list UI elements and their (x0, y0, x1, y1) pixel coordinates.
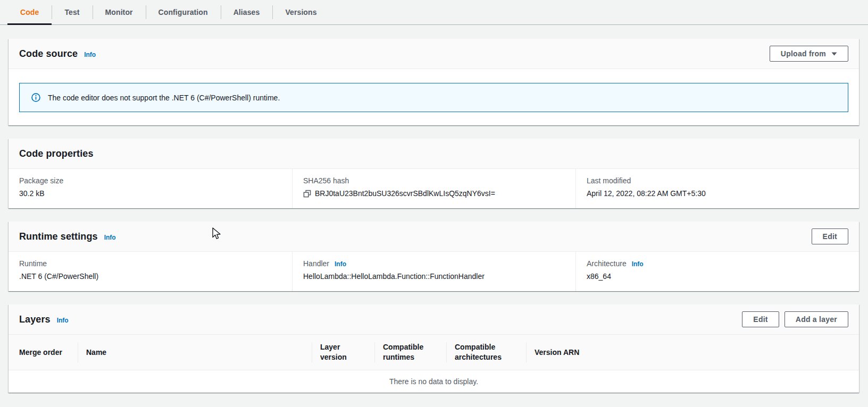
runtime-settings-header: Runtime settings Info Edit (9, 222, 859, 252)
last-modified-value: April 12, 2022, 08:22 AM GMT+5:30 (587, 189, 848, 198)
layers-edit-label: Edit (753, 315, 767, 324)
tab-configuration[interactable]: Configuration (146, 0, 221, 24)
code-source-header: Code source Info Upload from (9, 39, 859, 69)
architecture-value: x86_64 (587, 272, 848, 281)
code-properties-fields: Package size 30.2 kB SHA256 hash BRJ0taU… (9, 169, 859, 208)
code-editor-unsupported-alert: The code editor does not support the .NE… (19, 83, 848, 112)
upload-from-button[interactable]: Upload from (770, 46, 848, 62)
layers-title: Layers (19, 314, 51, 325)
copy-icon (303, 190, 311, 198)
handler-field: Handler Info HelloLambda::HelloLambda.Fu… (292, 252, 575, 291)
sha256-field: SHA256 hash BRJ0taU23Bnt2buSU326scvrSBdl… (292, 169, 575, 208)
layers-card: Layers Info Edit Add a layer Merge order… (9, 304, 859, 393)
caret-down-icon (831, 52, 837, 56)
tab-versions[interactable]: Versions (272, 0, 329, 24)
runtime-settings-title: Runtime settings (19, 231, 98, 242)
package-size-value: 30.2 kB (19, 189, 281, 198)
tab-code[interactable]: Code (7, 0, 52, 24)
package-size-label: Package size (19, 176, 281, 185)
tab-aliases[interactable]: Aliases (221, 0, 273, 24)
layers-edit-button[interactable]: Edit (742, 311, 779, 327)
tab-test[interactable]: Test (52, 0, 92, 24)
sha256-hash-text: BRJ0taU23Bnt2buSU326scvrSBdlKwLIsQ5zqNY6… (315, 189, 495, 198)
info-icon (31, 93, 40, 102)
code-source-info-link[interactable]: Info (84, 51, 96, 58)
layers-table-header: Merge order Name Layer version Compatibl… (9, 335, 859, 370)
upload-from-label: Upload from (781, 49, 826, 58)
col-compatible-runtimes: Compatible runtimes (374, 335, 446, 370)
runtime-field: Runtime .NET 6 (C#/PowerShell) (9, 252, 292, 291)
runtime-settings-fields: Runtime .NET 6 (C#/PowerShell) Handler I… (9, 252, 859, 291)
code-source-card: Code source Info Upload from The code ed… (9, 39, 859, 125)
code-properties-card: Code properties Package size 30.2 kB SHA… (9, 139, 859, 208)
runtime-settings-info-link[interactable]: Info (104, 234, 116, 241)
col-layer-version: Layer version (312, 335, 374, 370)
package-size-field: Package size 30.2 kB (9, 169, 292, 208)
col-merge-order: Merge order (9, 335, 78, 370)
code-source-body: The code editor does not support the .NE… (9, 69, 859, 125)
last-modified-field: Last modified April 12, 2022, 08:22 AM G… (575, 169, 859, 208)
runtime-label: Runtime (19, 259, 281, 268)
col-name: Name (78, 335, 312, 370)
handler-value: HelloLambda::HelloLambda.Function::Funct… (303, 272, 565, 281)
architecture-label: Architecture (587, 259, 627, 268)
sha256-label: SHA256 hash (303, 176, 565, 185)
runtime-settings-edit-label: Edit (823, 232, 837, 241)
alert-text: The code editor does not support the .NE… (48, 94, 280, 102)
handler-label: Handler (303, 259, 329, 268)
col-version-arn: Version ARN (526, 335, 859, 370)
code-source-title: Code source (19, 48, 78, 60)
runtime-value: .NET 6 (C#/PowerShell) (19, 272, 281, 281)
layers-header: Layers Info Edit Add a layer (9, 304, 859, 335)
runtime-settings-edit-button[interactable]: Edit (812, 228, 848, 244)
handler-info-link[interactable]: Info (335, 260, 346, 268)
copy-hash-button[interactable] (303, 190, 311, 198)
architecture-info-link[interactable]: Info (632, 260, 644, 268)
code-properties-header: Code properties (9, 139, 859, 169)
sha256-value-row: BRJ0taU23Bnt2buSU326scvrSBdlKwLIsQ5zqNY6… (303, 189, 565, 198)
layers-info-link[interactable]: Info (57, 317, 69, 324)
architecture-field: Architecture Info x86_64 (575, 252, 859, 291)
layers-empty-state: There is no data to display. (9, 370, 859, 393)
add-layer-label: Add a layer (796, 315, 837, 324)
code-properties-title: Code properties (19, 148, 94, 159)
add-layer-button[interactable]: Add a layer (784, 311, 848, 327)
tab-monitor[interactable]: Monitor (93, 0, 146, 24)
col-compatible-architectures: Compatible architectures (446, 335, 526, 370)
code-tab-panel: Code source Info Upload from The code ed… (0, 25, 868, 393)
runtime-settings-card: Runtime settings Info Edit Runtime .NET … (9, 222, 859, 291)
function-tab-bar: Code Test Monitor Configuration Aliases … (0, 0, 868, 25)
last-modified-label: Last modified (587, 176, 848, 185)
